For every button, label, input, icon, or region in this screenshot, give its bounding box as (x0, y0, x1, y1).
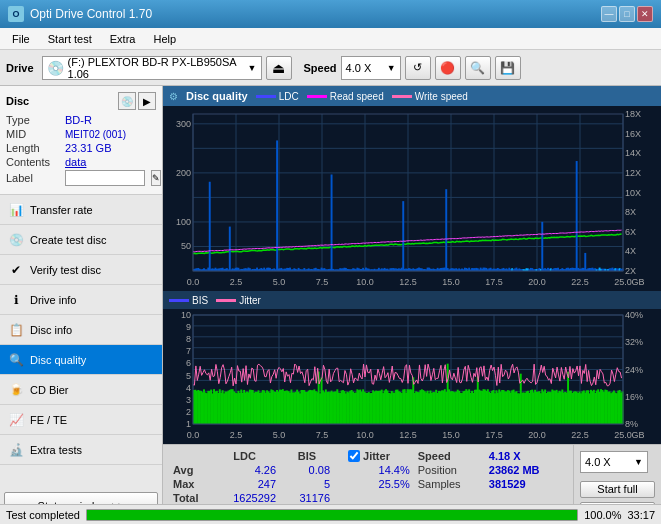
top-chart-canvas (163, 106, 661, 291)
burn-button[interactable]: 🔴 (435, 56, 461, 80)
disc-label-row: Label ✎ (6, 170, 156, 186)
sidebar-item-extra-tests[interactable]: 🔬 Extra tests (0, 435, 162, 465)
sidebar-item-disc-info[interactable]: 📋 Disc info (0, 315, 162, 345)
total-ldc: 1625292 (209, 491, 280, 505)
menu-extra[interactable]: Extra (102, 31, 144, 47)
legend-ldc-color (256, 95, 276, 98)
legend-ldc-label: LDC (279, 91, 299, 102)
disc-icon-btn1[interactable]: 💿 (118, 92, 136, 110)
stats-table: LDC BIS Jitter Speed 4.18 X (169, 449, 567, 505)
speed-value-cell: 4.18 X (485, 449, 567, 463)
menu-start-test[interactable]: Start test (40, 31, 100, 47)
chart-header-top: ⚙ Disc quality LDC Read speed Write spee… (163, 86, 661, 106)
chart-title-icon: ⚙ (169, 91, 178, 102)
avg-label: Avg (169, 463, 209, 477)
app-icon: O (8, 6, 24, 22)
legend-write-speed: Write speed (392, 91, 468, 102)
drive-info-label: Drive info (30, 294, 76, 306)
menu-file[interactable]: File (4, 31, 38, 47)
status-text: Test completed (6, 509, 80, 521)
max-label: Max (169, 477, 209, 491)
status-bar: Test completed 100.0% 33:17 (0, 504, 661, 524)
speed-header: Speed (414, 449, 485, 463)
legend-write-speed-label: Write speed (415, 91, 468, 102)
stats-max-row: Max 247 5 25.5% Samples 381529 (169, 477, 567, 491)
chart-header-bottom: BIS Jitter (163, 291, 661, 309)
disc-section: Disc 💿 ▶ Type BD-R MID MEIT02 (001) Leng… (0, 86, 162, 195)
drive-selector[interactable]: 💿 (F:) PLEXTOR BD-R PX-LB950SA 1.06 ▼ (42, 56, 262, 80)
sidebar-item-transfer-rate[interactable]: 📊 Transfer rate (0, 195, 162, 225)
transfer-rate-label: Transfer rate (30, 204, 93, 216)
label-edit-button[interactable]: ✎ (151, 170, 161, 186)
disc-type-row: Type BD-R (6, 114, 156, 126)
title-bar-left: O Opti Drive Control 1.70 (8, 6, 152, 22)
col-bis-header: BIS (280, 449, 334, 463)
legend-bis: BIS (169, 295, 208, 306)
eject-button[interactable]: ⏏ (266, 56, 292, 80)
legend-read-speed-label: Read speed (330, 91, 384, 102)
main-content: Disc 💿 ▶ Type BD-R MID MEIT02 (001) Leng… (0, 86, 661, 524)
title-bar-controls: — □ ✕ (601, 6, 653, 22)
avg-bis: 0.08 (280, 463, 334, 477)
menu-bar: File Start test Extra Help (0, 28, 661, 50)
disc-info-icon: 📋 (8, 322, 24, 338)
sidebar-item-cd-bier[interactable]: 🍺 CD Bier (0, 375, 162, 405)
sidebar-item-verify-test-disc[interactable]: ✔ Verify test disc (0, 255, 162, 285)
create-test-disc-label: Create test disc (30, 234, 106, 246)
legend-ldc: LDC (256, 91, 299, 102)
toolbar: Drive 💿 (F:) PLEXTOR BD-R PX-LB950SA 1.0… (0, 50, 661, 86)
right-panel: ⚙ Disc quality LDC Read speed Write spee… (163, 86, 661, 524)
top-chart-container (163, 106, 661, 291)
cd-bier-icon: 🍺 (8, 382, 24, 398)
disc-mid-row: MID MEIT02 (001) (6, 128, 156, 140)
jitter-checkbox[interactable] (348, 450, 360, 462)
disc-header: Disc 💿 ▶ (6, 92, 156, 110)
sidebar-item-drive-info[interactable]: ℹ Drive info (0, 285, 162, 315)
legend-jitter-label: Jitter (239, 295, 261, 306)
disc-quality-label: Disc quality (30, 354, 86, 366)
avg-ldc: 4.26 (209, 463, 280, 477)
legend-jitter-color (216, 299, 236, 302)
stats-total-row: Total 1625292 31176 (169, 491, 567, 505)
verify-test-disc-label: Verify test disc (30, 264, 101, 276)
sidebar-item-create-test-disc[interactable]: 💿 Create test disc (0, 225, 162, 255)
sidebar-item-fe-te[interactable]: 📈 FE / TE (0, 405, 162, 435)
disc-label-input[interactable] (65, 170, 145, 186)
save-button[interactable]: 💾 (495, 56, 521, 80)
col-ldc-header: LDC (209, 449, 280, 463)
refresh-button[interactable]: ↺ (405, 56, 431, 80)
extra-tests-label: Extra tests (30, 444, 82, 456)
analyze-button[interactable]: 🔍 (465, 56, 491, 80)
samples-value: 381529 (485, 477, 567, 491)
speed-selector[interactable]: 4.0 X ▼ (341, 56, 401, 80)
jitter-label: Jitter (363, 450, 390, 462)
speed-dropdown-arrow: ▼ (634, 457, 643, 467)
transfer-rate-icon: 📊 (8, 202, 24, 218)
maximize-button[interactable]: □ (619, 6, 635, 22)
disc-type: BD-R (65, 114, 92, 126)
disc-info-label: Disc info (30, 324, 72, 336)
elapsed-time: 33:17 (627, 509, 655, 521)
disc-mid: MEIT02 (001) (65, 129, 126, 140)
close-button[interactable]: ✕ (637, 6, 653, 22)
speed-dropdown[interactable]: 4.0 X ▼ (580, 451, 648, 473)
start-full-button[interactable]: Start full (580, 481, 655, 498)
disc-contents-row: Contents data (6, 156, 156, 168)
legend-write-speed-color (392, 95, 412, 98)
menu-help[interactable]: Help (145, 31, 184, 47)
minimize-button[interactable]: — (601, 6, 617, 22)
chart-title: Disc quality (186, 90, 248, 102)
fe-te-icon: 📈 (8, 412, 24, 428)
bottom-chart-canvas (163, 309, 661, 444)
position-value: 23862 MB (485, 463, 567, 477)
legend-read-speed: Read speed (307, 91, 384, 102)
speed-dropdown-row: 4.0 X ▼ (580, 451, 655, 473)
disc-icon-btn2[interactable]: ▶ (138, 92, 156, 110)
fe-te-label: FE / TE (30, 414, 67, 426)
legend-read-speed-color (307, 95, 327, 98)
col-jitter-header: Jitter (344, 449, 414, 463)
create-test-disc-icon: 💿 (8, 232, 24, 248)
sidebar-item-disc-quality[interactable]: 🔍 Disc quality (0, 345, 162, 375)
disc-contents[interactable]: data (65, 156, 86, 168)
total-bis: 31176 (280, 491, 334, 505)
